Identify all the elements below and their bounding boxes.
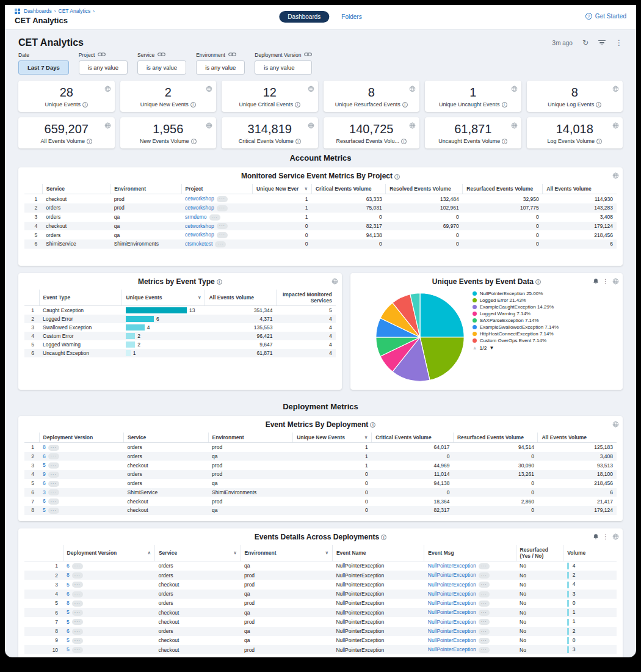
link-event-msg[interactable]: NullPointerException (428, 600, 476, 606)
ellipsis-badge[interactable]: ··· (72, 563, 83, 569)
link-deployment-version[interactable]: 5 (67, 582, 70, 588)
link-deployment-version[interactable]: 5 (67, 646, 70, 652)
ellipsis-badge[interactable]: ··· (479, 647, 490, 653)
col-header-project[interactable]: Project (181, 184, 252, 194)
ellipsis-badge[interactable]: ··· (209, 214, 220, 221)
breadcrumb-current[interactable]: CET Analytics (59, 8, 91, 14)
col-header-all-events-volume[interactable]: All Events Volume (543, 184, 617, 194)
col-header-volume[interactable]: Volume (563, 545, 617, 561)
ellipsis-badge[interactable]: ··· (48, 445, 59, 451)
sort-icon[interactable]: ∨ (198, 295, 201, 300)
globe-icon[interactable] (206, 120, 212, 131)
ellipsis-badge[interactable]: ··· (217, 205, 228, 211)
ellipsis-badge[interactable]: ··· (217, 232, 228, 238)
info-icon[interactable]: i (190, 102, 196, 108)
legend-item-exampleswallowedexception[interactable]: ExampleSwallowedException 7.14% (473, 324, 575, 330)
link-deployment-version[interactable]: 5 (43, 507, 46, 513)
ellipsis-badge[interactable]: ··· (72, 572, 83, 579)
link-event-msg[interactable]: NullPointerException (428, 563, 476, 569)
filter-value-service[interactable]: is any value (137, 60, 186, 75)
link-deployment-version[interactable]: 5 (67, 637, 70, 643)
globe-icon[interactable] (104, 84, 111, 95)
kebab-menu-icon[interactable]: ⋮ (603, 279, 609, 285)
filter-icon[interactable] (598, 40, 606, 46)
info-icon[interactable]: i (502, 139, 507, 144)
sort-icon[interactable]: ∨ (325, 550, 328, 555)
col-header-all-events-volume[interactable]: All Events Volume (205, 290, 277, 306)
col-header-environment[interactable]: Environment∨ (241, 545, 332, 561)
link-deployment-version[interactable]: 5 (67, 609, 70, 615)
legend-item-custom-overops-event[interactable]: Custom OverOps Event 7.14% (473, 338, 575, 343)
ellipsis-badge[interactable]: ··· (215, 241, 226, 247)
sort-icon[interactable]: ∧ (148, 550, 151, 555)
link-deployment-version[interactable]: 8 (67, 600, 70, 606)
info-icon[interactable]: i (502, 102, 507, 108)
legend-item-nullpointerexception[interactable]: NullPointerException 25.00% (473, 291, 575, 296)
globe-icon[interactable] (206, 84, 212, 95)
tab-folders[interactable]: Folders (341, 13, 361, 20)
col-header-resolved-events-volume[interactable]: Resolved Events Volume (386, 184, 463, 194)
link-deployment-version[interactable]: 6 (67, 628, 70, 634)
metric-card-log-events-volume[interactable]: 14,018Log Events Volumei (527, 117, 623, 148)
link-event-msg[interactable]: NullPointerException (428, 582, 476, 588)
info-icon[interactable]: i (191, 139, 197, 144)
globe-icon[interactable] (612, 120, 619, 131)
info-icon[interactable]: i (217, 279, 222, 285)
globe-icon[interactable] (612, 276, 619, 287)
ellipsis-badge[interactable]: ··· (72, 582, 83, 588)
globe-icon[interactable] (104, 120, 111, 131)
filter-value-environment[interactable]: is any value (196, 60, 245, 75)
sort-icon[interactable]: ∨ (305, 186, 308, 191)
sort-icon[interactable]: ∨ (233, 550, 236, 555)
info-icon[interactable]: i (535, 279, 541, 285)
info-icon[interactable]: i (402, 102, 408, 108)
info-icon[interactable]: i (381, 535, 386, 540)
kebab-menu-icon[interactable]: ⋮ (603, 534, 609, 540)
link-event-msg[interactable]: NullPointerException (428, 646, 476, 652)
ellipsis-badge[interactable]: ··· (479, 619, 490, 625)
link-event-msg[interactable]: NullPointerException (428, 628, 476, 634)
ellipsis-badge[interactable]: ··· (48, 462, 59, 469)
col-header-service[interactable]: Service∨ (154, 545, 241, 561)
ellipsis-badge[interactable]: ··· (72, 601, 83, 607)
tab-dashboards[interactable]: Dashboards (279, 11, 329, 23)
col-header-environment[interactable]: Environment (110, 184, 181, 194)
legend-item-logged-error[interactable]: Logged Error 21.43% (473, 298, 575, 303)
legend-item-logged-warning[interactable]: Logged Warning 7.14% (473, 311, 575, 316)
col-header-resurfaced-yes-no-[interactable]: Resurfaced(Yes / No) (516, 545, 563, 561)
link-project[interactable]: cetworkshop (185, 205, 214, 211)
ellipsis-badge[interactable]: ··· (48, 499, 59, 505)
link-project[interactable]: cetworkshop (185, 223, 214, 229)
globe-icon[interactable] (409, 120, 416, 131)
col-header-service[interactable]: Service (42, 184, 110, 194)
col-header-event-type[interactable]: Event Type (39, 290, 122, 306)
ellipsis-badge[interactable]: ··· (72, 610, 83, 616)
col-header-deployment-version[interactable]: Deployment Version (39, 433, 124, 443)
link-project[interactable]: cetworkshop (185, 195, 214, 202)
ellipsis-badge[interactable]: ··· (48, 472, 59, 478)
info-icon[interactable]: i (596, 102, 601, 108)
bell-icon[interactable] (593, 276, 599, 287)
bell-icon[interactable] (593, 531, 599, 542)
col-header-all-events-volume[interactable]: All Events Volume (538, 433, 617, 443)
ellipsis-badge[interactable]: ··· (479, 610, 490, 616)
col-header-environment[interactable]: Environment (208, 433, 293, 443)
info-icon[interactable]: i (394, 174, 400, 180)
col-header-unique-events[interactable]: Unique Events∨ (122, 290, 205, 306)
info-icon[interactable]: i (82, 102, 88, 108)
globe-icon[interactable] (511, 84, 518, 95)
ellipsis-badge[interactable]: ··· (48, 489, 59, 495)
ellipsis-badge[interactable]: ··· (479, 629, 490, 635)
ellipsis-badge[interactable]: ··· (72, 647, 83, 653)
breadcrumb-dashboards[interactable]: Dashboards (24, 8, 52, 14)
col-header-impacted-monitored-services[interactable]: Impacted Monitored Services (276, 290, 335, 306)
info-icon[interactable]: i (596, 139, 602, 144)
link-deployment-version[interactable]: 6 (43, 498, 46, 504)
link-deployment-version[interactable]: 6 (43, 480, 46, 486)
ellipsis-badge[interactable]: ··· (72, 638, 83, 644)
link-deployment-version[interactable]: 8 (67, 572, 70, 578)
metric-card-unique-log-events[interactable]: 8Unique Log Eventsi (527, 81, 623, 112)
get-started[interactable]: ? Get Started (585, 13, 626, 20)
link-event-msg[interactable]: NullPointerException (428, 609, 476, 615)
metric-card-resurfaced-events-volu-[interactable]: 140,725Resurfaced Events Volu...i (324, 117, 420, 148)
